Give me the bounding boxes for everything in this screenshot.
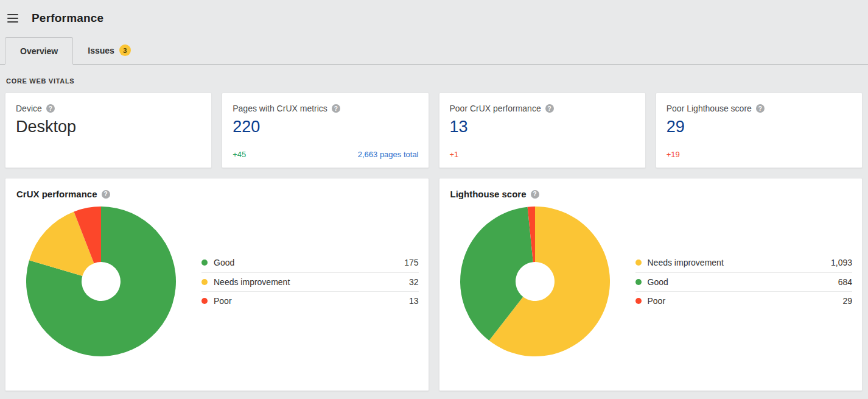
chart-legend: Needs improvement 1,093 Good 684 Poor 29 [635,253,853,310]
stat-card-poor-crux: Poor CrUX performance ? 13 +1 [439,93,646,168]
legend-value: 32 [409,277,419,287]
help-icon[interactable]: ? [531,190,539,199]
legend-label: Good [648,277,668,287]
tab-overview[interactable]: Overview [5,37,73,65]
tab-overview-label: Overview [20,46,58,56]
chart-title: Lighthouse score [450,189,527,199]
stat-card-poor-lighthouse: Poor Lighthouse score ? 29 +19 [656,93,863,168]
pages-total-link[interactable]: 2,663 pages total [358,150,419,159]
legend-label: Needs improvement [648,258,724,267]
chart-legend: Good 175 Needs improvement 32 Poor 13 [201,253,419,310]
legend-value: 13 [409,296,419,306]
legend-dot-good-icon [635,279,642,285]
legend-value: 1,093 [831,258,852,267]
issues-count-badge: 3 [119,44,131,56]
stat-label: Pages with CrUX metrics [233,104,327,113]
help-icon[interactable]: ? [332,104,340,113]
stat-delta: +19 [667,150,680,159]
legend-dot-poor-icon [201,298,208,304]
hamburger-menu-icon[interactable] [7,14,18,23]
legend-label: Needs improvement [214,277,290,287]
stat-label: Poor CrUX performance [450,104,541,113]
section-title-core-web-vitals: CORE WEB VITALS [6,77,868,85]
help-icon[interactable]: ? [545,104,554,113]
chart-title: CrUX performance [16,189,97,199]
legend-item[interactable]: Poor 29 [635,291,853,310]
chart-card-crux-performance: CrUX performance ? Good 175 Needs improv… [5,178,429,391]
crux-performance-donut-chart[interactable] [26,207,176,356]
legend-value: 684 [838,277,852,287]
lighthouse-score-donut-chart[interactable] [460,207,610,356]
stat-delta: +1 [450,150,459,159]
chart-cards-row: CrUX performance ? Good 175 Needs improv… [5,178,863,391]
chart-card-lighthouse-score: Lighthouse score ? Needs improvement 1,0… [439,178,863,391]
tab-issues[interactable]: Issues 3 [73,37,145,64]
legend-label: Good [214,258,234,267]
stat-label: Poor Lighthouse score [667,104,752,113]
tab-issues-label: Issues [88,46,114,55]
legend-label: Poor [214,296,232,306]
stat-value-poor-lighthouse[interactable]: 29 [667,118,852,136]
legend-value: 29 [842,296,852,306]
top-bar: Performance [0,0,868,37]
stat-card-device: Device ? Desktop [5,93,212,168]
legend-label: Poor [648,296,666,306]
legend-item[interactable]: Good 684 [635,272,853,291]
stat-label: Device [16,104,42,113]
stat-value-pages-with-crux[interactable]: 220 [233,118,418,136]
stat-delta: +45 [233,150,246,159]
stat-value-poor-crux[interactable]: 13 [450,118,635,136]
help-icon[interactable]: ? [756,104,765,113]
legend-dot-needs-improvement-icon [635,260,642,266]
stat-card-pages-with-crux: Pages with CrUX metrics ? 220 +45 2,663 … [222,93,429,168]
stat-cards-row: Device ? Desktop Pages with CrUX metrics… [5,93,863,168]
legend-item[interactable]: Good 175 [201,253,419,272]
legend-dot-good-icon [201,260,208,266]
legend-item[interactable]: Needs improvement 1,093 [635,253,853,272]
help-icon[interactable]: ? [46,104,55,113]
legend-dot-needs-improvement-icon [201,279,208,285]
legend-item[interactable]: Needs improvement 32 [201,272,419,291]
page-title: Performance [32,12,103,25]
legend-dot-poor-icon [635,298,642,304]
legend-item[interactable]: Poor 13 [201,291,419,310]
help-icon[interactable]: ? [102,190,110,199]
tab-bar: Overview Issues 3 [0,37,868,65]
legend-value: 175 [404,258,418,267]
stat-value-device: Desktop [16,118,201,136]
